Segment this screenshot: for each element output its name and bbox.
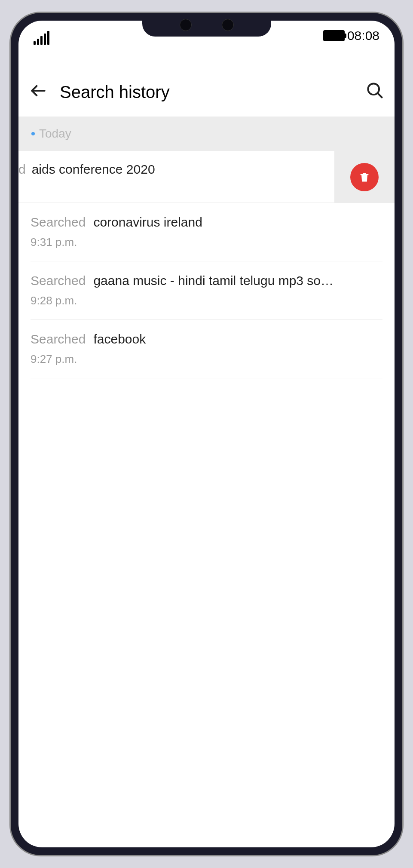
row-time: 9:27 p.m.	[31, 353, 382, 366]
camera-dot	[222, 19, 234, 31]
searched-label: Searched	[31, 332, 86, 347]
history-row[interactable]: Searched coronavirus ireland 9:31 p.m.	[31, 203, 382, 261]
searched-label: Searched	[31, 273, 86, 288]
signal-icon	[34, 31, 49, 45]
phone-screen: 08:08 Search history Today d aids confer…	[18, 21, 395, 847]
history-row-content[interactable]: d aids conference 2020	[18, 151, 334, 203]
camera-dot	[180, 19, 192, 31]
notch	[142, 13, 271, 37]
battery-icon	[323, 30, 345, 41]
trash-icon	[358, 171, 370, 184]
query-text: coronavirus ireland	[93, 215, 202, 230]
history-row-swiped[interactable]: d aids conference 2020	[18, 151, 395, 203]
arrow-left-icon	[29, 81, 48, 100]
status-right: 08:08	[323, 28, 379, 43]
truncated-label: d	[18, 162, 26, 177]
delete-button[interactable]	[350, 163, 379, 191]
row-time: 9:31 p.m.	[31, 236, 382, 249]
section-dot-icon	[31, 132, 35, 135]
query-text: facebook	[93, 332, 146, 347]
clock: 08:08	[347, 28, 379, 43]
phone-frame: 08:08 Search history Today d aids confer…	[11, 13, 402, 855]
section-header-today: Today	[18, 117, 395, 151]
history-row[interactable]: Searched gaana music - hindi tamil telug…	[31, 261, 382, 320]
svg-line-2	[377, 93, 382, 97]
row-time: 9:28 p.m.	[31, 294, 382, 307]
history-row[interactable]: Searched facebook 9:27 p.m.	[31, 320, 382, 378]
page-title: Search history	[60, 83, 353, 102]
search-button[interactable]	[365, 81, 384, 104]
searched-label: Searched	[31, 215, 86, 230]
back-button[interactable]	[29, 81, 48, 103]
history-list: Searched coronavirus ireland 9:31 p.m. S…	[18, 203, 395, 378]
search-icon	[365, 81, 384, 100]
delete-area	[334, 151, 395, 203]
header-bar: Search history	[18, 77, 395, 117]
query-text: aids conference 2020	[32, 162, 155, 177]
section-label: Today	[39, 127, 71, 141]
query-text: gaana music - hindi tamil telugu mp3 son…	[93, 273, 334, 288]
